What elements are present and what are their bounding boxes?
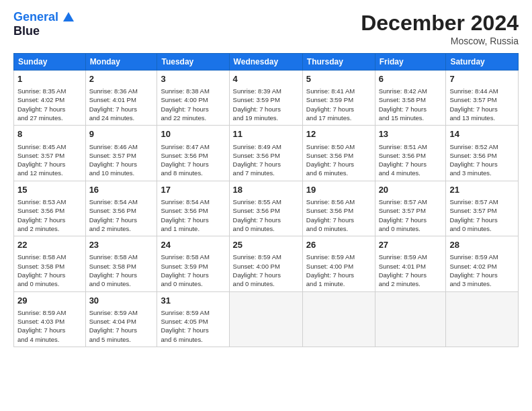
- day-info: Sunrise: 8:35 AM Sunset: 4:02 PM Dayligh…: [17, 87, 82, 122]
- calendar-week-row: 22Sunrise: 8:58 AM Sunset: 3:58 PM Dayli…: [14, 236, 519, 291]
- day-number: 13: [379, 128, 443, 140]
- day-number: 28: [449, 239, 515, 251]
- day-number: 3: [161, 73, 225, 85]
- table-row: 2Sunrise: 8:36 AM Sunset: 4:01 PM Daylig…: [85, 71, 157, 126]
- table-row: 4Sunrise: 8:39 AM Sunset: 3:59 PM Daylig…: [229, 71, 302, 126]
- day-info: Sunrise: 8:59 AM Sunset: 4:05 PM Dayligh…: [161, 308, 225, 344]
- table-row: 16Sunrise: 8:54 AM Sunset: 3:56 PM Dayli…: [85, 181, 157, 236]
- day-info: Sunrise: 8:59 AM Sunset: 4:00 PM Dayligh…: [306, 253, 371, 288]
- logo-blue: Blue: [13, 24, 75, 38]
- table-row: [302, 291, 375, 347]
- day-number: 27: [379, 239, 443, 251]
- day-info: Sunrise: 8:51 AM Sunset: 3:56 PM Dayligh…: [379, 142, 443, 178]
- table-row: 27Sunrise: 8:59 AM Sunset: 4:01 PM Dayli…: [375, 236, 446, 291]
- day-info: Sunrise: 8:52 AM Sunset: 3:56 PM Dayligh…: [449, 142, 515, 178]
- calendar-week-row: 8Sunrise: 8:45 AM Sunset: 3:57 PM Daylig…: [14, 126, 519, 181]
- table-row: 12Sunrise: 8:50 AM Sunset: 3:56 PM Dayli…: [302, 126, 375, 181]
- calendar-week-row: 29Sunrise: 8:59 AM Sunset: 4:03 PM Dayli…: [14, 291, 519, 347]
- table-row: 29Sunrise: 8:59 AM Sunset: 4:03 PM Dayli…: [14, 291, 86, 347]
- day-info: Sunrise: 8:55 AM Sunset: 3:56 PM Dayligh…: [233, 197, 299, 233]
- day-info: Sunrise: 8:47 AM Sunset: 3:56 PM Dayligh…: [161, 142, 225, 178]
- table-row: 9Sunrise: 8:46 AM Sunset: 3:57 PM Daylig…: [85, 126, 157, 181]
- table-row: 28Sunrise: 8:59 AM Sunset: 4:02 PM Dayli…: [446, 236, 519, 291]
- day-number: 31: [161, 295, 225, 307]
- col-saturday: Saturday: [446, 54, 519, 71]
- table-row: 1Sunrise: 8:35 AM Sunset: 4:02 PM Daylig…: [14, 71, 86, 126]
- day-number: 4: [233, 73, 299, 85]
- day-info: Sunrise: 8:58 AM Sunset: 3:59 PM Dayligh…: [161, 253, 225, 288]
- col-friday: Friday: [375, 54, 446, 71]
- page: General Blue December 2024 Moscow, Russi…: [0, 0, 532, 411]
- day-number: 21: [449, 184, 515, 196]
- day-info: Sunrise: 8:49 AM Sunset: 3:56 PM Dayligh…: [233, 142, 299, 178]
- day-number: 6: [379, 73, 443, 85]
- table-row: 3Sunrise: 8:38 AM Sunset: 4:00 PM Daylig…: [157, 71, 229, 126]
- table-row: 15Sunrise: 8:53 AM Sunset: 3:56 PM Dayli…: [14, 181, 86, 236]
- day-number: 7: [449, 73, 515, 85]
- table-row: 13Sunrise: 8:51 AM Sunset: 3:56 PM Dayli…: [375, 126, 446, 181]
- day-number: 12: [306, 128, 371, 140]
- table-row: [375, 291, 446, 347]
- table-row: 18Sunrise: 8:55 AM Sunset: 3:56 PM Dayli…: [229, 181, 302, 236]
- day-info: Sunrise: 8:57 AM Sunset: 3:57 PM Dayligh…: [449, 197, 515, 233]
- day-number: 26: [306, 239, 371, 251]
- day-number: 9: [89, 128, 154, 140]
- day-info: Sunrise: 8:59 AM Sunset: 4:02 PM Dayligh…: [449, 253, 515, 288]
- day-number: 17: [161, 184, 225, 196]
- day-number: 10: [161, 128, 225, 140]
- day-info: Sunrise: 8:59 AM Sunset: 4:01 PM Dayligh…: [379, 253, 443, 288]
- day-info: Sunrise: 8:36 AM Sunset: 4:01 PM Dayligh…: [89, 87, 154, 122]
- logo-icon: [62, 11, 75, 24]
- day-info: Sunrise: 8:44 AM Sunset: 3:57 PM Dayligh…: [449, 87, 515, 122]
- logo: General Blue: [13, 11, 75, 38]
- day-info: Sunrise: 8:59 AM Sunset: 4:00 PM Dayligh…: [233, 253, 299, 288]
- day-number: 14: [449, 128, 515, 140]
- table-row: 24Sunrise: 8:58 AM Sunset: 3:59 PM Dayli…: [157, 236, 229, 291]
- col-monday: Monday: [85, 54, 157, 71]
- table-row: 26Sunrise: 8:59 AM Sunset: 4:00 PM Dayli…: [302, 236, 375, 291]
- day-number: 1: [17, 73, 82, 85]
- col-thursday: Thursday: [302, 54, 375, 71]
- table-row: 23Sunrise: 8:58 AM Sunset: 3:58 PM Dayli…: [85, 236, 157, 291]
- day-number: 23: [89, 239, 154, 251]
- day-info: Sunrise: 8:41 AM Sunset: 3:59 PM Dayligh…: [306, 87, 371, 122]
- day-info: Sunrise: 8:58 AM Sunset: 3:58 PM Dayligh…: [89, 253, 154, 288]
- day-info: Sunrise: 8:57 AM Sunset: 3:57 PM Dayligh…: [379, 197, 443, 233]
- day-number: 22: [17, 239, 82, 251]
- col-tuesday: Tuesday: [157, 54, 229, 71]
- table-row: 11Sunrise: 8:49 AM Sunset: 3:56 PM Dayli…: [229, 126, 302, 181]
- calendar-week-row: 1Sunrise: 8:35 AM Sunset: 4:02 PM Daylig…: [14, 71, 519, 126]
- table-row: 21Sunrise: 8:57 AM Sunset: 3:57 PM Dayli…: [446, 181, 519, 236]
- location: Moscow, Russia: [361, 36, 519, 46]
- day-number: 30: [89, 295, 154, 307]
- day-info: Sunrise: 8:59 AM Sunset: 4:03 PM Dayligh…: [17, 308, 82, 344]
- day-info: Sunrise: 8:38 AM Sunset: 4:00 PM Dayligh…: [161, 87, 225, 122]
- day-number: 20: [379, 184, 443, 196]
- header: General Blue December 2024 Moscow, Russi…: [13, 11, 519, 46]
- table-row: 25Sunrise: 8:59 AM Sunset: 4:00 PM Dayli…: [229, 236, 302, 291]
- day-number: 29: [17, 295, 82, 307]
- day-number: 18: [233, 184, 299, 196]
- day-number: 11: [233, 128, 299, 140]
- table-row: [446, 291, 519, 347]
- svg-marker-0: [63, 12, 74, 21]
- table-row: 20Sunrise: 8:57 AM Sunset: 3:57 PM Dayli…: [375, 181, 446, 236]
- day-info: Sunrise: 8:59 AM Sunset: 4:04 PM Dayligh…: [89, 308, 154, 344]
- table-row: 31Sunrise: 8:59 AM Sunset: 4:05 PM Dayli…: [157, 291, 229, 347]
- table-row: [229, 291, 302, 347]
- table-row: 19Sunrise: 8:56 AM Sunset: 3:56 PM Dayli…: [302, 181, 375, 236]
- table-row: 10Sunrise: 8:47 AM Sunset: 3:56 PM Dayli…: [157, 126, 229, 181]
- col-wednesday: Wednesday: [229, 54, 302, 71]
- day-info: Sunrise: 8:54 AM Sunset: 3:56 PM Dayligh…: [89, 197, 154, 233]
- day-number: 2: [89, 73, 154, 85]
- day-info: Sunrise: 8:56 AM Sunset: 3:56 PM Dayligh…: [306, 197, 371, 233]
- day-number: 19: [306, 184, 371, 196]
- col-sunday: Sunday: [14, 54, 86, 71]
- day-info: Sunrise: 8:54 AM Sunset: 3:56 PM Dayligh…: [161, 197, 225, 233]
- logo-text: General: [13, 11, 75, 24]
- table-row: 5Sunrise: 8:41 AM Sunset: 3:59 PM Daylig…: [302, 71, 375, 126]
- day-number: 24: [161, 239, 225, 251]
- day-info: Sunrise: 8:53 AM Sunset: 3:56 PM Dayligh…: [17, 197, 82, 233]
- calendar-table: Sunday Monday Tuesday Wednesday Thursday…: [13, 53, 519, 347]
- day-number: 8: [17, 128, 82, 140]
